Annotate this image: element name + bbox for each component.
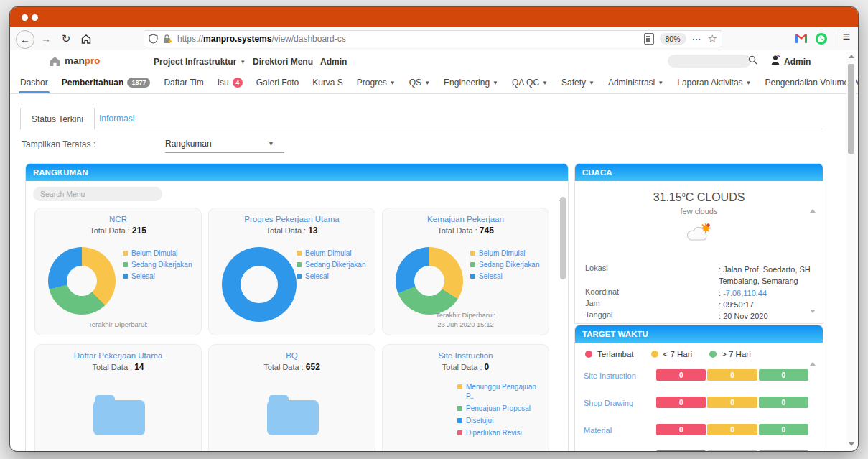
legend-label: Sedang Dikerjakan	[479, 260, 540, 269]
page-actions-icon[interactable]: ⋯	[692, 34, 702, 45]
back-icon[interactable]: ←	[16, 30, 34, 49]
bar-segment: 0	[759, 424, 808, 435]
scroll-up-icon[interactable]	[848, 55, 854, 58]
header-search-input[interactable]	[668, 55, 751, 68]
url-path: /view/dashboard-cs	[271, 34, 345, 44]
menu-direktori-menu[interactable]: Direktori Menu	[253, 57, 313, 67]
app-logo[interactable]: manpro	[65, 55, 101, 66]
nav-administrasi-label: Administrasi	[608, 78, 655, 88]
info-value: : 09:50:17	[719, 299, 754, 310]
card-site-instruction[interactable]: Site Instruction Total Data : 0 Menunggu…	[382, 344, 549, 451]
tab-informasi[interactable]: Informasi	[99, 108, 134, 129]
cuaca-panel-header: CUACA	[575, 164, 823, 181]
panel-scroll-up-icon[interactable]	[810, 350, 816, 363]
scrollbar-thumb[interactable]	[848, 64, 854, 154]
coordinates-link[interactable]: -7.06,110.44	[723, 289, 767, 297]
search-icon[interactable]	[748, 55, 757, 67]
nav-laporan-aktivitas[interactable]: Laporan Aktivitas▼	[677, 72, 751, 93]
nav-pengendalian-volume[interactable]: Pengendalian Volume Pekerjaan▼	[765, 72, 858, 93]
folder-icon	[92, 394, 146, 440]
rangkuman-panel-body: NCR Total Data : 215 Belum Dimulai Sedan…	[26, 181, 568, 451]
stacked-bar: 0 0 0	[656, 450, 808, 451]
nav-engineering[interactable]: Engineering▼	[444, 72, 498, 93]
scroll-down-icon[interactable]	[848, 442, 854, 446]
nav-daftar-tim[interactable]: Daftar Tim	[164, 72, 203, 93]
cuaca-panel: CUACA 31.15oC CLOUDS few clouds Lok	[574, 163, 823, 324]
zoom-level-badge[interactable]: 80%	[660, 33, 686, 45]
nav-isu[interactable]: Isu4	[218, 72, 243, 93]
bar-segment: 0	[656, 397, 706, 408]
bar-segment: 0	[707, 397, 757, 408]
legend-label: Menunggu Pengajuan P..	[466, 382, 545, 401]
chevron-down-icon: ▼	[240, 59, 246, 65]
menu-admin[interactable]: Admin	[320, 57, 347, 67]
nav-qa-qc[interactable]: QA QC▼	[512, 72, 548, 93]
chevron-down-icon: ▼	[589, 80, 594, 86]
window-titlebar	[10, 7, 858, 27]
user-name[interactable]: Admin	[784, 57, 811, 67]
issue-count-badge: 4	[233, 78, 243, 88]
user-avatar[interactable]	[770, 55, 781, 69]
nav-dasbor[interactable]: Dasbor	[20, 72, 48, 93]
lock-warning-icon[interactable]	[162, 34, 173, 44]
nav-pengendalian-label: Pengendalian Volume Pekerjaan	[765, 78, 858, 88]
whatsapp-extension-icon[interactable]	[814, 32, 829, 46]
card-title: Site Instruction	[383, 351, 549, 360]
target-waktu-panel: TARGET WAKTU Terlambat < 7 Hari > 7 Hari…	[574, 325, 823, 451]
menu-hamburger-icon[interactable]: ≡	[839, 29, 854, 45]
legend-swatch	[457, 384, 462, 389]
menu-project-infrastruktur[interactable]: Project Infrastruktur▼	[154, 57, 246, 67]
filter-select[interactable]: Rangkuman ▼	[165, 135, 284, 153]
menu-project-label: Project Infrastruktur	[154, 57, 236, 67]
app-home-icon[interactable]	[49, 55, 61, 70]
stacked-bar: 0 0 0	[656, 369, 808, 381]
reload-icon[interactable]: ↻	[57, 30, 75, 47]
panel-scroll-up-icon[interactable]	[810, 197, 816, 210]
target-row-label[interactable]: Shop Drawing	[584, 399, 633, 407]
nav-kurva-s[interactable]: Kurva S	[312, 72, 343, 93]
legend-label: Belum Dimulai	[131, 249, 177, 258]
nav-administrasi[interactable]: Administrasi▼	[608, 72, 663, 93]
card-kemajuan-pekerjaan[interactable]: Kemajuan Pekerjaan Total Data : 745 Belu…	[382, 208, 549, 335]
card-ncr[interactable]: NCR Total Data : 215 Belum Dimulai Sedan…	[34, 208, 202, 335]
window-button-1[interactable]	[22, 14, 28, 21]
card-bq[interactable]: BQ Total Data : 652	[208, 344, 375, 451]
reader-mode-icon[interactable]	[644, 33, 654, 45]
nav-pemberitahuan[interactable]: Pemberitahuan1877	[62, 72, 151, 93]
home-icon[interactable]	[78, 30, 95, 47]
rangkuman-panel-header: RANGKUMAN	[26, 164, 568, 181]
nav-safety[interactable]: Safety▼	[561, 72, 594, 93]
nav-safety-label: Safety	[561, 78, 586, 88]
target-row-label[interactable]: Material	[584, 426, 612, 435]
page-scrollbar[interactable]	[846, 52, 856, 448]
nav-progres[interactable]: Progres▼	[357, 72, 396, 93]
legend-label: Disetujui	[466, 416, 493, 425]
panel-scrollbar[interactable]	[560, 197, 566, 279]
search-menu-input[interactable]	[33, 187, 162, 201]
url-text[interactable]: https://manpro.systems/view/dashboard-cs	[177, 34, 638, 44]
legend-label: Belum Dimulai	[479, 249, 525, 258]
card-daftar-pekerjaan-utama[interactable]: Daftar Pekerjaan Utama Total Data : 14	[34, 344, 202, 451]
chevron-down-icon: ▼	[268, 140, 274, 147]
card-title: Kemajuan Pekerjaan	[383, 215, 549, 223]
card-footer: Terakhir Diperbarui:	[35, 320, 201, 329]
chart-legend: Belum Dimulai Sedang Dikerjakan Selesai	[470, 249, 540, 283]
legend-label: > 7 Hari	[722, 350, 751, 358]
forward-icon[interactable]: →	[37, 30, 55, 47]
target-row-label[interactable]: Site Instruction	[584, 371, 636, 380]
nav-galeri-foto[interactable]: Galeri Foto	[256, 72, 299, 93]
url-bar[interactable]: https://manpro.systems/view/dashboard-cs…	[144, 30, 722, 47]
chevron-down-icon: ▼	[746, 80, 752, 86]
card-progres-pekerjaan-utama[interactable]: Progres Pekerjaan Utama Total Data : 13 …	[208, 208, 375, 335]
chevron-down-icon: ▼	[658, 80, 663, 86]
chevron-down-icon: ▼	[542, 80, 548, 86]
gmail-extension-icon[interactable]	[794, 32, 808, 46]
info-value: : Jalan Prof. Soedarto, SHTembalang, Sem…	[719, 264, 811, 287]
legend-label: Selesai	[131, 272, 155, 281]
window-button-2[interactable]	[32, 14, 38, 21]
tracking-shield-icon[interactable]	[149, 34, 158, 44]
nav-qs[interactable]: QS▼	[409, 72, 430, 93]
bookmark-star-icon[interactable]: ☆	[708, 32, 717, 45]
legend-label: Sedang Dikerjakan	[305, 260, 366, 269]
tab-status-terkini[interactable]: Status Terkini	[20, 108, 95, 130]
